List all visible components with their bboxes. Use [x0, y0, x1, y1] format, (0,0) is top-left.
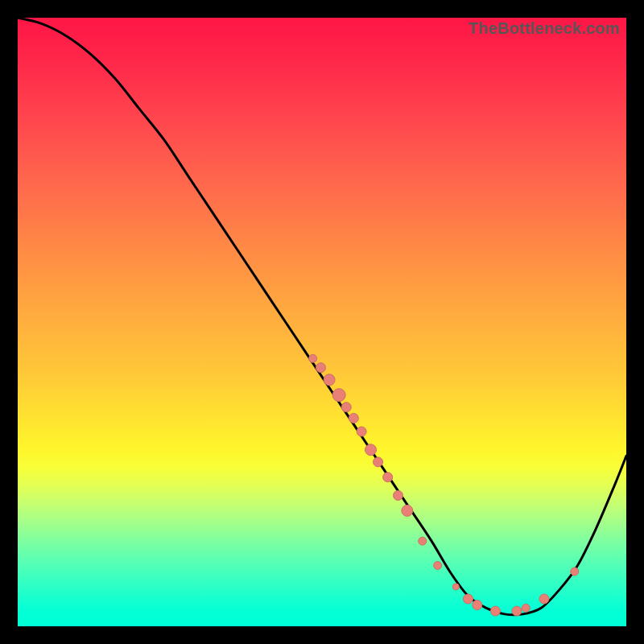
- data-point: [309, 354, 317, 362]
- data-point: [394, 490, 403, 500]
- data-point: [357, 427, 366, 436]
- data-point: [341, 402, 351, 412]
- data-points-group: [309, 354, 579, 616]
- chart-frame: TheBottleneck.com: [0, 0, 644, 644]
- data-point: [316, 363, 325, 373]
- curve-layer: [18, 18, 626, 626]
- data-point: [571, 568, 579, 576]
- data-point: [522, 604, 530, 612]
- data-point: [365, 444, 376, 456]
- data-point: [419, 537, 427, 545]
- plot-area: TheBottleneck.com: [18, 18, 626, 626]
- data-point: [463, 594, 473, 604]
- data-point: [473, 601, 482, 610]
- data-point: [349, 413, 358, 423]
- data-point: [512, 606, 522, 616]
- data-point: [539, 594, 549, 604]
- bottleneck-curve: [18, 18, 626, 615]
- data-point: [383, 473, 393, 482]
- data-point: [374, 457, 383, 467]
- data-point: [324, 374, 335, 386]
- data-point: [490, 606, 500, 616]
- data-point: [402, 505, 413, 516]
- data-point: [332, 389, 345, 402]
- data-point: [452, 584, 459, 590]
- data-point: [434, 561, 442, 569]
